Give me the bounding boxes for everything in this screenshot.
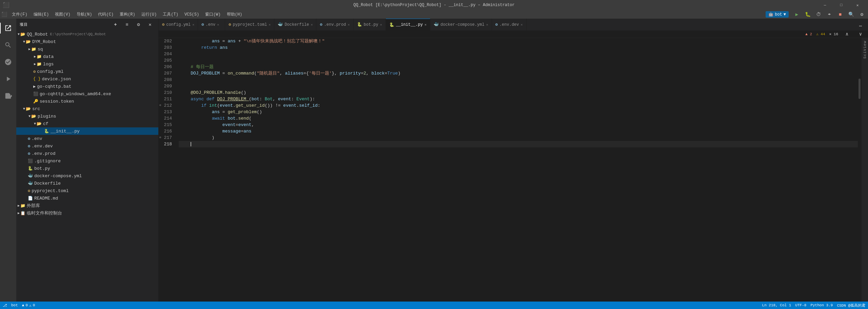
new-file-icon[interactable]: + — [111, 20, 120, 29]
git-branch-name[interactable]: bot — [11, 303, 18, 307]
tab-close-icon[interactable]: ✕ — [348, 23, 350, 27]
tree-item-devicejson[interactable]: { } device.json — [16, 75, 158, 83]
activity-run[interactable] — [0, 71, 16, 87]
bot-badge[interactable]: 🤖 bot ▼ — [766, 11, 789, 18]
activity-git[interactable] — [0, 54, 16, 70]
tab-dockerfile[interactable]: 🐳 Dockerfile ✕ — [274, 19, 316, 30]
item-label: bot.py — [34, 166, 50, 171]
tree-item-dockerfile[interactable]: 🐳 Dockerfile — [16, 180, 158, 187]
tree-item-cf[interactable]: ▼ 📂 cf — [16, 120, 158, 127]
tree-item-dockercompose[interactable]: 🐳 docker-compose.yml — [16, 172, 158, 180]
tab-initpy[interactable]: 🐍 __init__.py ✕ — [386, 19, 430, 30]
close-sidebar-icon[interactable]: ✕ — [145, 20, 155, 29]
folder-icon: 📂 — [20, 32, 25, 37]
menu-window[interactable]: 窗口(W) — [202, 10, 223, 19]
tree-item-session[interactable]: 🔑 session.token — [16, 98, 158, 105]
tree-item-qqrobot[interactable]: ▼ 📂 QQ_Robot E:\pythonProject\QQ_Robot — [16, 30, 158, 38]
tree-item-configyml[interactable]: ⚙ config.yml — [16, 68, 158, 75]
minimize-button[interactable]: — — [817, 0, 833, 10]
activity-explorer[interactable] — [0, 20, 16, 36]
menu-navigate[interactable]: 导航(N) — [74, 10, 95, 19]
tree-item-logs[interactable]: ▶ 📁 logs — [16, 60, 158, 68]
tab-configyml[interactable]: ⚙ config.yml ✕ — [159, 19, 198, 30]
tree-item-src[interactable]: ▼ 📂 src — [16, 105, 158, 112]
vertical-scrollbar[interactable] — [858, 38, 861, 302]
maximize-button[interactable]: □ — [833, 0, 849, 10]
close-button[interactable]: ✕ — [850, 0, 865, 10]
menu-file[interactable]: 文件(F) — [9, 10, 30, 19]
tree-item-scratch[interactable]: ▶ 📋 临时文件和控制台 — [16, 209, 158, 217]
tab-close-icon[interactable]: ✕ — [192, 23, 194, 27]
tree-item-gobat[interactable]: ▶ go-cqhttp.bat — [16, 83, 158, 90]
tree-item-plugins[interactable]: ▼ 📂 plugins — [16, 112, 158, 120]
error-triangle-icon: ▲ — [22, 303, 24, 307]
tree-item-data[interactable]: ▶ 📁 data — [16, 53, 158, 60]
errors-status[interactable]: ▲ 0 ⚠ 0 — [22, 303, 35, 308]
tab-close-icon[interactable]: ✕ — [380, 23, 382, 27]
tab-icon: 🐍 — [357, 22, 362, 27]
tab-icon: ⚙ — [201, 22, 204, 27]
tab-env[interactable]: ⚙ .env ✕ — [198, 19, 225, 30]
tab-close-icon[interactable]: ✕ — [269, 23, 271, 27]
run-button[interactable]: ▶ — [792, 10, 802, 19]
search-button[interactable]: 🔍 — [846, 10, 856, 19]
cursor-position[interactable]: Ln 218, Col 1 — [762, 303, 791, 307]
tab-close-icon[interactable]: ✕ — [486, 23, 488, 27]
tab-close-icon[interactable]: ✕ — [217, 23, 219, 27]
collapse-editor-icon[interactable]: ∧ — [842, 29, 852, 39]
tree-item-dymrobot[interactable]: ▼ 📂 DYM_Robot — [16, 38, 158, 45]
tab-envdev[interactable]: ⚙ .env.dev ✕ — [492, 19, 527, 30]
menu-view[interactable]: 视图(V) — [52, 10, 73, 19]
activity-extensions[interactable] — [0, 88, 16, 104]
title-bar: ⬛ QQ_Robot [E:\pythonProject\QQ_Robot] -… — [0, 0, 868, 10]
sciview-panel: SciView — [861, 38, 868, 302]
coverage-button[interactable]: ☂ — [825, 10, 834, 19]
scrollbar-thumb[interactable] — [859, 79, 861, 99]
menu-help[interactable]: 帮助(H) — [224, 10, 245, 19]
md-icon: 📄 — [28, 196, 33, 201]
stop-button[interactable]: ■ — [835, 10, 845, 19]
menu-edit[interactable]: 编辑(E) — [31, 10, 52, 19]
profile-button[interactable]: ⏱ — [814, 10, 823, 19]
tree-item-external-libs[interactable]: ▶ 📁 外部库 — [16, 202, 158, 209]
tree-item-gitignore[interactable]: ⬛ .gitignore — [16, 157, 158, 165]
ln-207: 207 — [159, 70, 175, 77]
tree-item-botpy[interactable]: 🐍 bot.py — [16, 165, 158, 172]
item-label: go-cqhttp_windows_amd64.exe — [40, 91, 111, 97]
item-label: QQ_Robot — [27, 32, 48, 37]
tree-item-envdev[interactable]: ⚙ .env.dev — [16, 142, 158, 150]
tab-pyprojecttoml[interactable]: ⚙ pyproject.toml ✕ — [225, 19, 274, 30]
activity-search[interactable] — [0, 37, 16, 53]
tree-item-pyprojecttoml[interactable]: ⚙ pyproject.toml — [16, 187, 158, 194]
code-editor[interactable]: ans = ans + "\n骚年快来挑战吧！别忘了写题解噢！" return … — [177, 38, 858, 302]
tab-close-icon[interactable]: ✕ — [311, 23, 313, 27]
scratch-icon: 📋 — [20, 211, 25, 216]
menu-run[interactable]: 运行(U) — [139, 10, 160, 19]
expand-editor-icon[interactable]: ∨ — [856, 29, 865, 39]
tree-item-goexe[interactable]: ⬛ go-cqhttp_windows_amd64.exe — [16, 90, 158, 98]
tree-item-readme[interactable]: 📄 README.md — [16, 194, 158, 202]
menu-code[interactable]: 代码(C) — [95, 10, 116, 19]
settings-button[interactable]: ⚙ — [857, 10, 867, 19]
tab-close-icon[interactable]: ✕ — [425, 23, 427, 27]
collapse-all-icon[interactable]: ≡ — [122, 20, 132, 29]
ln-209: 209 — [159, 83, 175, 89]
tab-close-icon[interactable]: ✕ — [521, 23, 523, 27]
menu-refactor[interactable]: 重构(R) — [117, 10, 138, 19]
encoding[interactable]: UTF-8 — [795, 303, 806, 307]
python-version[interactable]: Python 3.9 — [810, 303, 833, 307]
menu-vcs[interactable]: VCS(S) — [182, 10, 202, 19]
tab-dockercompose[interactable]: 🐳 docker-compose.yml ✕ — [430, 19, 492, 30]
tree-item-env[interactable]: ⚙ .env — [16, 135, 158, 142]
tree-item-init-py[interactable]: 🐍 __init__.py — [16, 127, 158, 135]
debug-button[interactable]: 🐛 — [803, 10, 812, 19]
py-icon: 🐍 — [44, 129, 49, 134]
tree-item-envprod[interactable]: ⚙ .env.prod — [16, 150, 158, 157]
tab-envprod[interactable]: ⚙ .env.prod ✕ — [316, 19, 353, 30]
sciview-label[interactable]: SciView — [862, 39, 868, 60]
tree-item-sq[interactable]: ▶ 📁 sq — [16, 45, 158, 53]
tab-botpy[interactable]: 🐍 bot.py ✕ — [354, 19, 386, 30]
menu-tools[interactable]: 工具(T) — [160, 10, 181, 19]
gear-icon[interactable]: ⚙ — [134, 20, 143, 29]
tab-more-icon[interactable]: ⋯ — [856, 21, 865, 30]
